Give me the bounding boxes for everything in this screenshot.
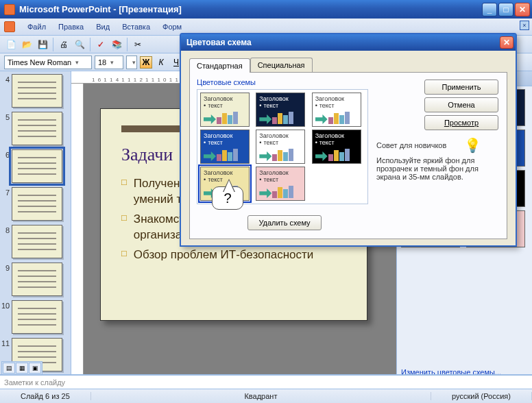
help-callout: ? (212, 186, 243, 210)
save-button[interactable]: 💾 (36, 38, 49, 51)
menu-file[interactable]: Файл (22, 21, 51, 33)
doc-icon (4, 21, 15, 32)
tab-standard[interactable]: Стандартная (189, 58, 250, 73)
window-titlebar: Microsoft PowerPoint - [Презентация] _ □… (0, 0, 532, 19)
color-scheme-option[interactable]: Заголовоктекст (312, 130, 361, 164)
dialog-titlebar[interactable]: Цветовая схема ✕ (181, 34, 516, 51)
ruler-vertical (71, 84, 84, 379)
color-scheme-option[interactable]: Заголовоктекст (256, 167, 305, 201)
notes-area[interactable]: Заметки к слайду (0, 374, 532, 389)
lightbulb-icon: 💡 (464, 137, 481, 154)
color-scheme-option[interactable]: Заголовоктекст (200, 93, 250, 127)
color-scheme-option[interactable]: Заголовоктекст (312, 93, 361, 127)
delete-scheme-button[interactable]: Удалить схему (247, 215, 322, 230)
cancel-button[interactable]: Отмена (424, 97, 498, 112)
color-scheme-option[interactable]: Заголовоктекст (256, 130, 305, 164)
fontsize-dropdown[interactable]: ▾ (126, 56, 137, 69)
tip-box: Совет для новичков💡 Используйте яркий фо… (376, 137, 500, 181)
slide-thumbnail[interactable]: 6 (1, 149, 69, 183)
menu-view[interactable]: Вид (90, 21, 115, 33)
slide-thumbnail[interactable]: 8 (1, 225, 69, 258)
spellcheck-button[interactable]: ✓ (94, 38, 108, 51)
preview-button[interactable]: Просмотр (424, 115, 498, 130)
status-theme: Квадрант (91, 392, 431, 400)
tab-special[interactable]: Специальная (250, 58, 313, 72)
research-button[interactable]: 📚 (110, 38, 123, 51)
print-preview-button[interactable]: 🔍 (73, 38, 86, 51)
status-bar: Слайд 6 из 25 Квадрант русский (Россия) (0, 389, 532, 403)
color-scheme-option[interactable]: Заголовоктекст (200, 130, 250, 164)
font-select[interactable]: Times New Roman▾ (4, 56, 92, 69)
menu-format[interactable]: Форм (157, 21, 187, 33)
color-schemes-label: Цветовые схемы (197, 78, 368, 86)
window-title: Microsoft PowerPoint - [Презентация] (19, 4, 482, 14)
cut-button[interactable]: ✂ (131, 38, 145, 51)
color-scheme-option[interactable]: Заголовоктекст (256, 93, 305, 127)
italic-button[interactable]: К (155, 56, 167, 69)
color-scheme-dialog: Цветовая схема ✕ Стандартная Специальная… (180, 33, 517, 247)
apply-button[interactable]: Применить (424, 80, 498, 95)
slide-thumbnail[interactable]: 4 (1, 74, 69, 108)
slide-thumbnail-panel: 4567891011 (0, 71, 71, 379)
status-slide: Слайд 6 из 25 (0, 392, 91, 400)
sorter-view-button[interactable]: ▦ (16, 363, 28, 374)
dialog-close-button[interactable]: ✕ (500, 36, 513, 49)
slide-thumbnail[interactable]: 7 (1, 187, 69, 221)
close-button[interactable]: ✕ (515, 3, 530, 16)
powerpoint-icon (4, 4, 15, 15)
maximize-button[interactable]: □ (498, 3, 513, 16)
bold-button[interactable]: Ж (140, 56, 152, 69)
doc-close-button[interactable]: × (520, 21, 529, 30)
minimize-button[interactable]: _ (482, 3, 497, 16)
normal-view-button[interactable]: ▤ (3, 363, 15, 374)
print-button[interactable]: 🖨 (57, 38, 71, 51)
menu-edit[interactable]: Правка (53, 21, 89, 33)
slide-thumbnail[interactable]: 5 (1, 112, 69, 145)
slideshow-button[interactable]: ▣ (29, 363, 41, 374)
menu-insert[interactable]: Вставка (117, 21, 156, 33)
slide-thumbnail[interactable]: 9 (1, 262, 69, 296)
new-button[interactable]: 📄 (4, 38, 18, 51)
view-buttons: ▤ ▦ ▣ (1, 361, 43, 375)
open-button[interactable]: 📂 (20, 38, 34, 51)
fontsize-select[interactable]: 18▾ (95, 56, 123, 69)
slide-thumbnail[interactable]: 10 (1, 300, 69, 334)
status-language[interactable]: русский (Россия) (431, 392, 532, 400)
